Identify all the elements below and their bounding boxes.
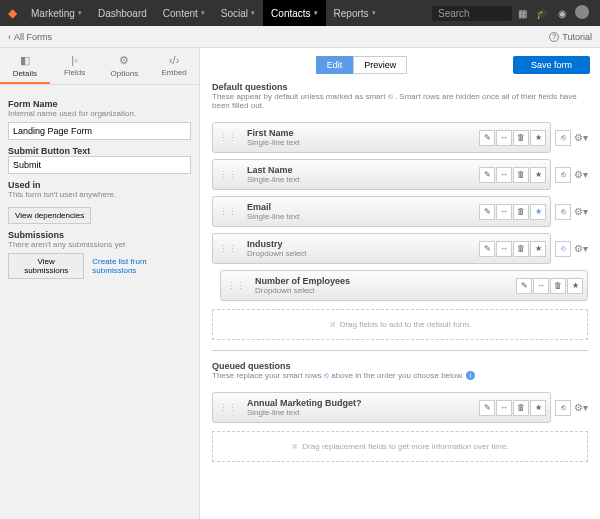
drag-icon: ⤭: [329, 320, 336, 329]
delete-field-button[interactable]: 🗑: [513, 167, 529, 183]
details-icon: ◧: [2, 54, 48, 67]
grip-icon[interactable]: ⋮⋮: [215, 403, 241, 413]
queued-dropzone[interactable]: ⤭Drag replacement fields to get more inf…: [212, 431, 588, 462]
field-name-label: Industry: [247, 239, 473, 249]
global-search-input[interactable]: Search: [432, 6, 512, 21]
drag-icon: ⤭: [291, 442, 298, 451]
row-menu-button[interactable]: ⚙▾: [574, 206, 588, 217]
submit-text-label: Submit Button Text: [8, 146, 191, 156]
save-form-button[interactable]: Save form: [513, 56, 590, 74]
smart-badge-icon: ⎋: [324, 371, 329, 380]
nav-social[interactable]: Social▾: [213, 0, 263, 26]
star-field-button[interactable]: ★: [530, 167, 546, 183]
tab-embed[interactable]: ‹/›Embed: [149, 48, 199, 84]
star-field-button[interactable]: ★: [530, 130, 546, 146]
chevron-down-icon: ▾: [251, 9, 255, 17]
edit-field-button[interactable]: ✎: [479, 204, 495, 220]
field-row: ⋮⋮ Email Single-line text ✎ ↔ 🗑 ★: [212, 196, 551, 227]
delete-field-button[interactable]: 🗑: [513, 130, 529, 146]
form-name-label: Form Name: [8, 99, 191, 109]
form-name-input[interactable]: [8, 122, 191, 140]
tab-options[interactable]: ⚙Options: [100, 48, 150, 84]
fields-icon: |◦: [52, 54, 98, 66]
preview-tab-button[interactable]: Preview: [353, 56, 407, 74]
field-type-label: Single-line text: [247, 408, 473, 417]
submit-text-input[interactable]: [8, 156, 191, 174]
edit-field-button[interactable]: ✎: [479, 241, 495, 257]
create-list-link[interactable]: Create list from submissions: [92, 257, 191, 275]
edit-tab-button[interactable]: Edit: [316, 56, 354, 74]
row-menu-button[interactable]: ⚙▾: [574, 169, 588, 180]
nav-contacts[interactable]: Contacts▾: [263, 0, 325, 26]
smart-toggle-button[interactable]: ⎋: [555, 204, 571, 220]
edit-field-button[interactable]: ✎: [479, 400, 495, 416]
tab-details[interactable]: ◧Details: [0, 48, 50, 84]
delete-field-button[interactable]: 🗑: [550, 278, 566, 294]
submissions-help: There aren't any submissions yet: [8, 240, 191, 249]
user-menu[interactable]: [572, 5, 592, 21]
smart-toggle-button[interactable]: ⎋: [555, 130, 571, 146]
view-submissions-button[interactable]: View submissions: [8, 253, 84, 279]
smart-toggle-button[interactable]: ⎋: [555, 167, 571, 183]
star-field-button[interactable]: ★: [530, 400, 546, 416]
chevron-down-icon: ▾: [372, 9, 376, 17]
section-divider: [212, 350, 588, 351]
edit-field-button[interactable]: ✎: [479, 167, 495, 183]
grip-icon[interactable]: ⋮⋮: [223, 281, 249, 291]
field-type-label: Single-line text: [247, 175, 473, 184]
info-icon[interactable]: i: [466, 371, 475, 380]
breadcrumb-bar: ‹ All Forms ? Tutorial: [0, 26, 600, 48]
grip-icon[interactable]: ⋮⋮: [215, 244, 241, 254]
grip-icon[interactable]: ⋮⋮: [215, 133, 241, 143]
star-field-button[interactable]: ★: [530, 204, 546, 220]
calendar-icon[interactable]: ▦: [512, 8, 532, 19]
row-menu-button[interactable]: ⚙▾: [574, 243, 588, 254]
move-field-button[interactable]: ↔: [496, 400, 512, 416]
field-row: ⋮⋮ Industry Dropdown select ✎ ↔ 🗑 ★: [212, 233, 551, 264]
academy-icon[interactable]: 🎓: [532, 8, 552, 19]
star-field-button[interactable]: ★: [567, 278, 583, 294]
row-menu-button[interactable]: ⚙▾: [574, 132, 588, 143]
nav-marketing[interactable]: Marketing▾: [23, 0, 90, 26]
move-field-button[interactable]: ↔: [496, 167, 512, 183]
row-menu-button[interactable]: ⚙▾: [574, 402, 588, 413]
view-dependencies-button[interactable]: View dependencies: [8, 207, 91, 224]
nav-dashboard[interactable]: Dashboard: [90, 0, 155, 26]
delete-field-button[interactable]: 🗑: [513, 400, 529, 416]
edit-field-button[interactable]: ✎: [479, 130, 495, 146]
main-panel: Edit Preview Save form Default questions…: [200, 48, 600, 519]
delete-field-button[interactable]: 🗑: [513, 241, 529, 257]
move-field-button[interactable]: ↔: [496, 241, 512, 257]
used-in-help: This form isn't used anywhere.: [8, 190, 191, 199]
form-name-help: Internal name used for organization.: [8, 109, 191, 118]
nav-content[interactable]: Content▾: [155, 0, 213, 26]
smart-badge-icon: ⎋: [388, 92, 393, 101]
edit-field-button[interactable]: ✎: [516, 278, 532, 294]
default-questions-desc: These appear by default unless marked as…: [200, 92, 600, 116]
delete-field-button[interactable]: 🗑: [513, 204, 529, 220]
help-icon: ?: [549, 32, 559, 42]
tutorial-link[interactable]: ? Tutorial: [549, 32, 592, 42]
grip-icon[interactable]: ⋮⋮: [215, 207, 241, 217]
wifi-icon[interactable]: ◉: [552, 8, 572, 19]
field-name-label: Last Name: [247, 165, 473, 175]
field-name-label: Email: [247, 202, 473, 212]
field-type-label: Single-line text: [247, 212, 473, 221]
star-field-button[interactable]: ★: [530, 241, 546, 257]
queued-questions-title: Queued questions: [200, 361, 600, 371]
used-in-label: Used in: [8, 180, 191, 190]
move-field-button[interactable]: ↔: [496, 204, 512, 220]
move-field-button[interactable]: ↔: [496, 130, 512, 146]
nav-reports[interactable]: Reports▾: [326, 0, 384, 26]
hubspot-logo-icon: ◆: [8, 6, 17, 20]
breadcrumb-link[interactable]: All Forms: [14, 32, 52, 42]
smart-toggle-button[interactable]: ⎋: [555, 241, 571, 257]
back-caret-icon[interactable]: ‹: [8, 32, 11, 42]
default-dropzone[interactable]: ⤭Drag fields to add to the default form.: [212, 309, 588, 340]
field-type-label: Dropdown select: [255, 286, 510, 295]
grip-icon[interactable]: ⋮⋮: [215, 170, 241, 180]
move-field-button[interactable]: ↔: [533, 278, 549, 294]
chevron-down-icon: ▾: [78, 9, 82, 17]
tab-fields[interactable]: |◦Fields: [50, 48, 100, 84]
smart-toggle-button[interactable]: ⎋: [555, 400, 571, 416]
